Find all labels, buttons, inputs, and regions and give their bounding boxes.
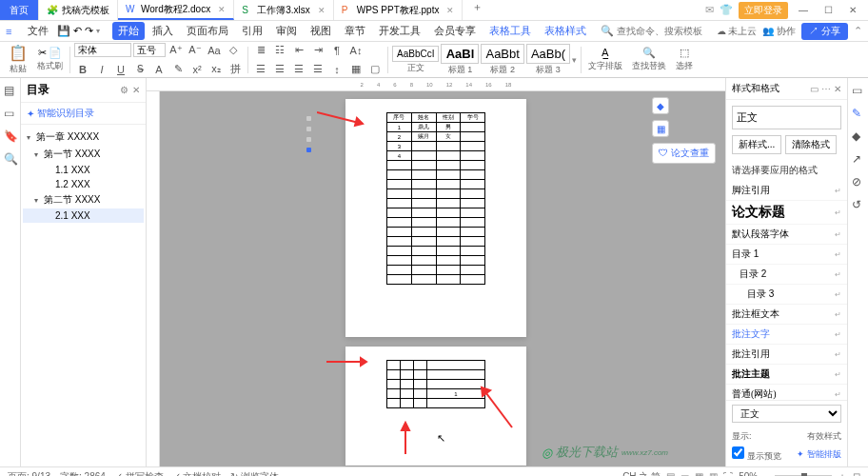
- table-cell[interactable]: [436, 180, 461, 189]
- table-cell[interactable]: [436, 228, 461, 237]
- rail-backup-icon[interactable]: ↺: [852, 198, 865, 211]
- sp-options-icon[interactable]: ⋯: [821, 84, 831, 94]
- login-button[interactable]: 立即登录: [739, 2, 788, 19]
- document-page[interactable]: 序号姓名性别学号1鼎儿男2赐月女34: [345, 99, 526, 337]
- outline-item[interactable]: 1.1 XXX: [23, 163, 144, 177]
- text-wrap-group[interactable]: A̲文字排版: [585, 47, 625, 72]
- table-row[interactable]: [387, 399, 485, 408]
- redo-icon[interactable]: ↷: [85, 25, 93, 37]
- table-cell[interactable]: [411, 161, 436, 170]
- table-cell[interactable]: [427, 370, 485, 380]
- table-row[interactable]: 1: [387, 389, 485, 399]
- coop-button[interactable]: 👥 协作: [762, 25, 796, 38]
- table-cell[interactable]: [401, 361, 414, 370]
- table-cell[interactable]: [387, 218, 412, 228]
- float-tool-icon[interactable]: ◆: [652, 97, 669, 114]
- table-cell[interactable]: 赐月: [411, 132, 436, 142]
- highlight-icon[interactable]: ✎: [169, 61, 187, 78]
- zoom-in-icon[interactable]: ＋: [838, 470, 847, 477]
- ruler-horizontal[interactable]: 24681012141618: [147, 78, 725, 91]
- ruler-vertical[interactable]: [147, 91, 160, 466]
- format-painter-label[interactable]: 格式刷: [37, 60, 63, 72]
- table-cell[interactable]: [387, 199, 412, 208]
- table-cell[interactable]: [461, 180, 485, 189]
- table-row[interactable]: [387, 170, 485, 180]
- underline-icon[interactable]: U: [112, 61, 129, 78]
- font-size-select[interactable]: [133, 43, 166, 57]
- table-header-cell[interactable]: 姓名: [411, 113, 436, 123]
- rail-share-icon[interactable]: ↗: [852, 152, 865, 166]
- skin-icon[interactable]: 👕: [720, 4, 733, 16]
- smart-layout-link[interactable]: ✦ 智能排版: [797, 448, 841, 461]
- table-cell[interactable]: [461, 218, 485, 228]
- table-cell[interactable]: 1: [427, 389, 485, 399]
- table-cell[interactable]: [461, 151, 485, 161]
- bold-icon[interactable]: B: [74, 61, 91, 78]
- view-outline-icon[interactable]: ▥: [709, 471, 718, 476]
- maximize-icon[interactable]: ☐: [819, 5, 838, 15]
- clear-format-icon[interactable]: ◇: [225, 42, 242, 59]
- nav-dot[interactable]: [306, 127, 311, 131]
- table-cell[interactable]: [411, 237, 436, 247]
- table-cell[interactable]: [436, 256, 461, 266]
- new-style-button[interactable]: 新样式...: [732, 135, 781, 154]
- table-cell[interactable]: [461, 256, 485, 266]
- style-more-icon[interactable]: ▾: [572, 55, 577, 65]
- ribbon-tab-start[interactable]: 开始: [112, 22, 145, 40]
- undo-icon[interactable]: ↶: [73, 25, 82, 37]
- close-window-icon[interactable]: ✕: [843, 5, 862, 15]
- table-cell[interactable]: [427, 380, 485, 389]
- plagiarism-check-button[interactable]: 🛡 论文查重: [652, 143, 716, 164]
- style-h2[interactable]: AaBbt: [481, 44, 523, 64]
- styles-list[interactable]: 脚注引用↵论文标题↵默认段落字体↵目录 1↵目录 2↵目录 3↵批注框文本↵批注…: [726, 181, 847, 400]
- save-icon[interactable]: 💾: [57, 25, 70, 37]
- close-icon[interactable]: ✕: [446, 6, 454, 15]
- strike-icon[interactable]: S̶: [131, 61, 148, 78]
- status-mode[interactable]: ↻ 浏览字体: [230, 470, 279, 477]
- select-group[interactable]: ⬚选择: [673, 47, 696, 72]
- table-cell[interactable]: [387, 180, 412, 189]
- menu-file[interactable]: 文件: [22, 22, 54, 40]
- paste-icon[interactable]: 📋: [9, 44, 28, 62]
- style-select[interactable]: 正文: [732, 405, 841, 423]
- table-row[interactable]: [387, 266, 485, 275]
- style-normal[interactable]: AaBbCcI: [392, 46, 439, 62]
- table-row[interactable]: [387, 361, 485, 370]
- ribbon-collapse-icon[interactable]: ⌃: [854, 25, 862, 37]
- table-row[interactable]: [387, 199, 485, 208]
- table-cell[interactable]: [411, 266, 436, 275]
- table-cell[interactable]: [436, 189, 461, 199]
- table-row[interactable]: [387, 370, 485, 380]
- table-cell[interactable]: [387, 208, 412, 218]
- subscript-icon[interactable]: x₂: [207, 61, 225, 78]
- fullscreen-icon[interactable]: ⛶: [723, 471, 733, 476]
- style-list-item[interactable]: 批注框文本↵: [726, 305, 847, 325]
- status-page[interactable]: 页面: 9/13: [8, 470, 50, 477]
- table-cell[interactable]: [436, 266, 461, 275]
- table-row[interactable]: 4: [387, 151, 485, 161]
- nav-dot[interactable]: [306, 116, 311, 121]
- table-cell[interactable]: [461, 199, 485, 208]
- table-cell[interactable]: [461, 228, 485, 237]
- shading-icon[interactable]: ▦: [347, 61, 365, 78]
- table-cell[interactable]: [461, 132, 485, 142]
- table-cell[interactable]: [461, 247, 485, 256]
- clear-format-button[interactable]: 清除格式: [785, 135, 837, 154]
- italic-icon[interactable]: I: [93, 61, 110, 78]
- justify-icon[interactable]: ☰: [309, 61, 326, 78]
- table-row[interactable]: 2赐月女: [387, 132, 485, 142]
- table-cell[interactable]: 4: [387, 151, 412, 161]
- style-list-item[interactable]: 目录 2↵: [726, 265, 847, 285]
- table-header-cell[interactable]: 学号: [461, 113, 485, 123]
- current-style-box[interactable]: 正文: [732, 106, 841, 129]
- table-cell[interactable]: 鼎儿: [411, 123, 436, 132]
- table-cell[interactable]: [387, 256, 412, 266]
- table-row[interactable]: [387, 256, 485, 266]
- style-list-item[interactable]: 论文标题↵: [726, 201, 847, 225]
- qat-dropdown-icon[interactable]: ▾: [96, 27, 100, 35]
- table-cell[interactable]: [411, 199, 436, 208]
- change-case-icon[interactable]: Aa: [206, 42, 223, 59]
- outline-settings-icon[interactable]: ⚙: [120, 85, 128, 95]
- table-cell[interactable]: [401, 389, 414, 399]
- nav-dot[interactable]: [306, 137, 311, 142]
